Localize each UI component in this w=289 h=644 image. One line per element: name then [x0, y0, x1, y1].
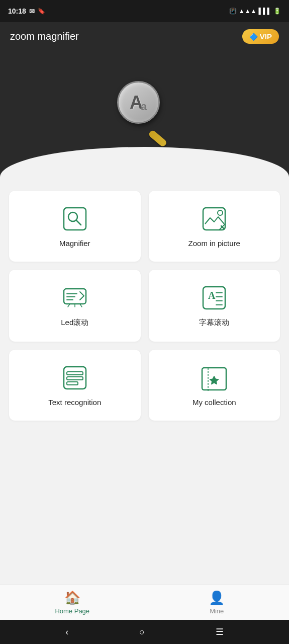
- my-collection-feature-icon: [200, 364, 228, 392]
- svg-rect-10: [67, 377, 83, 380]
- svg-rect-11: [67, 382, 78, 385]
- home-button[interactable]: ○: [139, 627, 145, 637]
- svg-text:A: A: [208, 290, 216, 301]
- signal-icon: ▌▌▌: [258, 8, 271, 15]
- home-nav-label: Home Page: [55, 607, 89, 615]
- magnifier-feature-icon: [61, 205, 89, 233]
- feature-item-zoom-picture[interactable]: Zoom in picture: [149, 191, 280, 262]
- feature-item-subtitle[interactable]: A 字幕滚动: [149, 270, 280, 342]
- status-time-area: 10:18 ✉ 🔖: [8, 7, 45, 15]
- notification-icon: 🔖: [38, 8, 45, 15]
- nav-mine[interactable]: 👤 Mine: [145, 585, 290, 620]
- svg-rect-9: [67, 372, 83, 375]
- status-icons: 📳 ▲▲▲ ▌▌▌ 🔋: [229, 8, 281, 15]
- zoom-picture-feature-icon: [200, 205, 228, 233]
- battery-icon: 🔋: [273, 8, 281, 15]
- text-recognition-label: Text recognition: [48, 398, 101, 407]
- app-title: zoom magnifier: [10, 31, 79, 42]
- zoom-picture-label: Zoom in picture: [188, 239, 240, 248]
- vip-diamond-icon: 🔷: [249, 33, 258, 41]
- led-label: Led滚动: [61, 318, 88, 328]
- svg-point-4: [218, 210, 223, 215]
- system-nav-bar: ‹ ○ ☰: [0, 620, 289, 644]
- home-icon: 🏠: [64, 590, 80, 606]
- mine-icon: 👤: [209, 590, 225, 606]
- wifi-icon: ▲▲▲: [239, 8, 257, 15]
- recents-button[interactable]: ☰: [216, 626, 224, 637]
- status-bar: 10:18 ✉ 🔖 📳 ▲▲▲ ▌▌▌ 🔋: [0, 0, 289, 22]
- led-feature-icon: [61, 284, 89, 312]
- bottom-nav: 🏠 Home Page 👤 Mine: [0, 585, 289, 620]
- svg-rect-0: [64, 208, 86, 230]
- feature-item-my-collection[interactable]: My collection: [149, 350, 280, 421]
- back-button[interactable]: ‹: [65, 627, 68, 637]
- vibrate-icon: 📳: [229, 8, 237, 15]
- app-header: zoom magnifier 🔷 VIP: [0, 22, 289, 51]
- vip-button[interactable]: 🔷 VIP: [242, 29, 279, 44]
- magnifier-handle: [148, 129, 168, 147]
- subtitle-label: 字幕滚动: [199, 318, 229, 328]
- magnifier-circle: A a: [117, 81, 160, 124]
- text-recognition-feature-icon: [61, 364, 89, 392]
- email-icon: ✉: [29, 8, 35, 15]
- app-logo: A a: [117, 81, 172, 136]
- vip-label: VIP: [260, 32, 272, 41]
- my-collection-label: My collection: [192, 398, 236, 407]
- feature-grid-section: Magnifier Zoom in picture: [0, 177, 289, 585]
- magnifier-letter-a-small: a: [141, 100, 147, 113]
- svg-line-2: [76, 220, 81, 225]
- feature-item-led[interactable]: Led滚动: [9, 270, 141, 342]
- subtitle-feature-icon: A: [200, 284, 228, 312]
- magnifier-letters: A a: [130, 92, 147, 113]
- status-time: 10:18: [8, 7, 26, 15]
- magnifier-label: Magnifier: [59, 239, 90, 248]
- feature-item-text-recognition[interactable]: Text recognition: [9, 350, 141, 421]
- hero-section: A a: [0, 51, 289, 177]
- nav-home[interactable]: 🏠 Home Page: [0, 585, 145, 620]
- feature-item-magnifier[interactable]: Magnifier: [9, 191, 141, 262]
- mine-nav-label: Mine: [210, 607, 224, 615]
- feature-grid: Magnifier Zoom in picture: [0, 187, 289, 425]
